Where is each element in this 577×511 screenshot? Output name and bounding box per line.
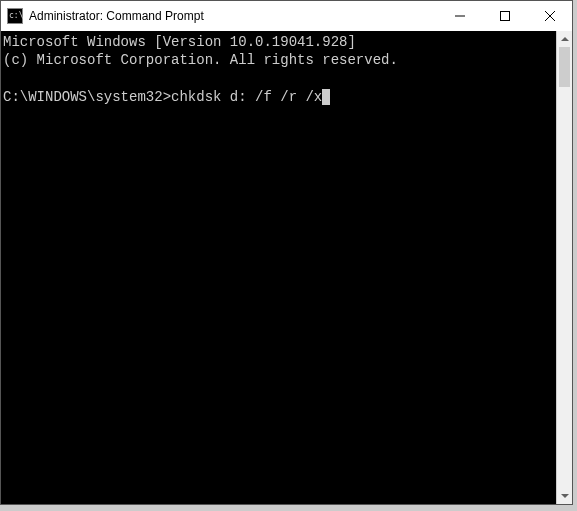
terminal[interactable]: Microsoft Windows [Version 10.0.19041.92… — [1, 31, 556, 504]
cursor — [322, 89, 330, 105]
terminal-command: chkdsk d: /f /r /x — [171, 89, 322, 105]
command-prompt-window: c:\ Administrator: Command Prompt Micros… — [0, 0, 573, 505]
scroll-thumb[interactable] — [559, 47, 570, 87]
maximize-button[interactable] — [482, 1, 527, 31]
scroll-up-button[interactable] — [557, 31, 572, 47]
terminal-line: Microsoft Windows [Version 10.0.19041.92… — [3, 34, 356, 50]
window-title: Administrator: Command Prompt — [29, 9, 437, 23]
scroll-down-button[interactable] — [557, 488, 572, 504]
terminal-line: (c) Microsoft Corporation. All rights re… — [3, 52, 398, 68]
svg-marker-5 — [561, 494, 569, 498]
app-icon-text: c:\ — [9, 12, 23, 20]
terminal-area: Microsoft Windows [Version 10.0.19041.92… — [1, 31, 572, 504]
svg-rect-1 — [500, 12, 509, 21]
window-controls — [437, 1, 572, 31]
terminal-prompt: C:\WINDOWS\system32> — [3, 89, 171, 105]
minimize-button[interactable] — [437, 1, 482, 31]
svg-marker-4 — [561, 37, 569, 41]
titlebar[interactable]: c:\ Administrator: Command Prompt — [1, 1, 572, 31]
vertical-scrollbar[interactable] — [556, 31, 572, 504]
close-button[interactable] — [527, 1, 572, 31]
app-icon: c:\ — [7, 8, 23, 24]
scroll-track[interactable] — [557, 47, 572, 488]
